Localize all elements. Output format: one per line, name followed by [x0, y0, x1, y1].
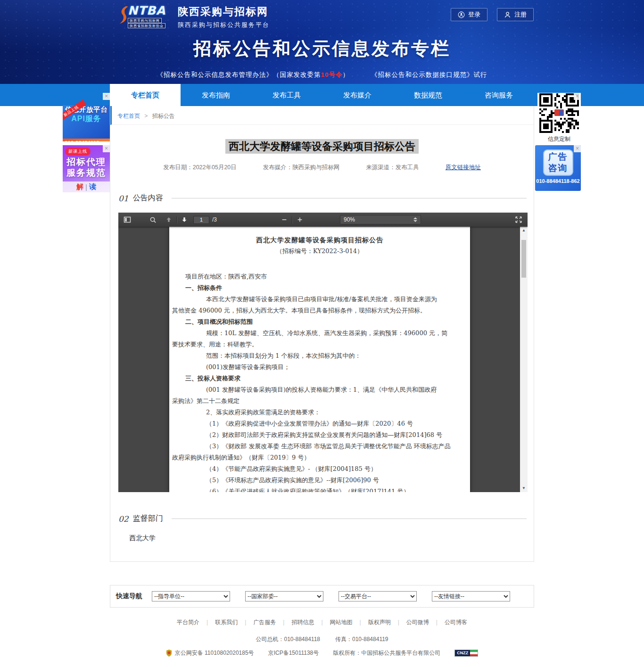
- quick-nav-select[interactable]: --交易平台--: [339, 591, 417, 601]
- footer-fax: 传真：010-88484119: [335, 635, 388, 643]
- source-link[interactable]: 原文链接地址: [446, 164, 481, 172]
- zoom-in-icon[interactable]: [294, 214, 306, 225]
- section-rule: [172, 198, 527, 198]
- zoom-level-select[interactable]: 90%: [340, 215, 421, 224]
- pdf-canvas-area: 西北大学发酵罐等设备采购项目招标公告（招标编号：KY2022-3-014）项目所…: [118, 227, 520, 492]
- pdf-text-line: (001)发酵罐等设备采购项目；: [171, 362, 468, 373]
- pdf-text-line: （3）《财政部 发展改革委 生态环境部 市场监管总局关于调整优化节能产品 环境标…: [171, 441, 468, 452]
- page-total: /3: [212, 216, 217, 223]
- register-button[interactable]: 注册: [497, 8, 534, 21]
- zoom-out-icon[interactable]: [278, 214, 290, 225]
- breadcrumb: 专栏首页 > 招标公告: [110, 106, 534, 125]
- breadcrumb-separator: >: [144, 113, 148, 119]
- footer-link[interactable]: 网站地图: [330, 619, 353, 626]
- pdf-text-line: （招标编号：KY2022-3-014）: [171, 246, 468, 257]
- logo-mark-line2: 陕西省招标投标协会: [128, 23, 165, 28]
- quick-nav-panel: 快速导航 --指导单位----国家部委----交易平台----友情链接--: [110, 585, 534, 608]
- ad-pill-badge: 新课上线: [65, 148, 91, 156]
- pdf-text-line: 西北大学发酵罐等设备采购项目招标公告: [171, 234, 468, 246]
- register-label: 注册: [514, 10, 527, 19]
- nav-tab[interactable]: 发布指南: [181, 84, 251, 106]
- page-up-icon[interactable]: [163, 214, 175, 225]
- footer-link-item: 公司博客: [429, 618, 467, 626]
- pdf-text-line: 其他资金 496000 元，招标人为西北大学。本项目已具备招标条件，现招标方式为…: [171, 305, 468, 316]
- pdf-text-line: 政府采购执行机制的通知》（财库〔2019〕9 号）: [171, 452, 468, 463]
- footer-icp: 京ICP备15011138号: [268, 649, 319, 657]
- ad-agency-footer: 解 | 读: [63, 181, 110, 192]
- pdf-text-line: 二、项目概况和招标范围: [171, 316, 468, 328]
- footer-link[interactable]: 平台简介: [177, 619, 199, 626]
- close-icon[interactable]: ×: [103, 145, 110, 152]
- footer-phone: 公司总机：010-88484118: [256, 635, 320, 643]
- page-down-icon[interactable]: [178, 214, 190, 225]
- footer-link[interactable]: 公司微博: [406, 619, 429, 626]
- ad-agency-course[interactable]: × 新课上线 招标代理 服务规范 解 | 读: [63, 145, 110, 192]
- footer-copyright: 版权所有：中国招标公共服务平台有限公司: [333, 649, 440, 657]
- page-number-input[interactable]: [193, 216, 209, 224]
- sidebar-toggle-icon[interactable]: [121, 214, 133, 225]
- footer-link-item: 广告服务: [238, 618, 276, 626]
- cnzz-badge[interactable]: CNZZ: [454, 650, 478, 657]
- nav-tab[interactable]: 数据规范: [393, 84, 463, 106]
- site-subtitle: 陕西采购与招标公共服务平台: [178, 21, 270, 29]
- section-number: 02: [118, 514, 129, 524]
- meta-items: 发布日期：2022年05月20日发布媒介：陕西采购与招标网来源渠道：发布工具: [163, 164, 419, 172]
- footer-link-item: 网站地图: [314, 618, 352, 626]
- search-icon[interactable]: [147, 214, 159, 225]
- footer: 平台简介联系我们广告服务招聘信息网站地图版权声明公司微博公司博客 公司总机：01…: [0, 618, 644, 657]
- footer-links: 平台简介联系我们广告服务招聘信息网站地图版权声明公司微博公司博客: [0, 618, 644, 626]
- close-icon[interactable]: ×: [574, 145, 581, 152]
- footer-link[interactable]: 版权声明: [368, 619, 391, 626]
- footer-link[interactable]: 公司博客: [445, 619, 467, 626]
- nav-tab[interactable]: 发布工具: [251, 84, 322, 106]
- pdf-text-line: （5）《环境标志产品政府采购实施的意见》--财库[2006]90 号: [171, 475, 468, 486]
- fullscreen-icon[interactable]: [512, 214, 525, 225]
- pdf-text-line: 项目所在地区：陕西省,西安市: [171, 271, 468, 282]
- pdf-viewer: /3 90%: [118, 213, 528, 492]
- quick-nav-select[interactable]: --指导单位--: [152, 591, 230, 601]
- article-meta: 发布日期：2022年05月20日发布媒介：陕西采购与招标网来源渠道：发布工具 原…: [110, 164, 534, 172]
- pdf-scrollbar: ▲ ▼: [520, 227, 528, 492]
- ad-api-service[interactable]: × 新品上线 信息开放平台 API服务 010-88484118 -860/85…: [63, 93, 110, 141]
- logo-text: 陕西采购与招标网 陕西采购与招标公共服务平台: [178, 5, 270, 29]
- site-logo: NTBA 陕西采购与招标网 陕西省招标投标协会 陕西采购与招标网 陕西采购与招标…: [120, 5, 270, 29]
- nav-tab[interactable]: 发布媒介: [322, 84, 393, 106]
- close-icon[interactable]: ×: [574, 93, 581, 100]
- meta-item: 来源渠道：发布工具: [366, 164, 419, 172]
- scrollbar-thumb[interactable]: [521, 240, 526, 278]
- police-badge-icon: [166, 650, 172, 657]
- scroll-up-icon[interactable]: ▲: [520, 227, 528, 234]
- banner-note-part2: ）: [343, 71, 350, 78]
- nav-tab[interactable]: 专栏首页: [110, 84, 181, 106]
- scroll-down-icon[interactable]: ▼: [520, 485, 528, 492]
- footer-link[interactable]: 广告服务: [253, 619, 276, 626]
- footer-link-item: 联系我们: [199, 618, 238, 626]
- pdf-page: 西北大学发酵罐等设备采购项目招标公告（招标编号：KY2022-3-014）项目所…: [169, 227, 470, 492]
- pdf-text-line: 要技术要求、用途：科研教学。: [171, 339, 468, 350]
- pdf-text-line: （6）《关于促进残疾人就业政府采购政策的通知》（财库[2017]141 号）: [171, 486, 468, 492]
- content-panel: 专栏首页 > 招标公告 西北大学发酵罐等设备采购项目招标公告 发布日期：2022…: [110, 106, 534, 562]
- auth-buttons: 登录 注册: [451, 8, 534, 21]
- ad-consult[interactable]: × 广告 咨询 010-88484118-862: [535, 145, 581, 191]
- footer-link[interactable]: 联系我们: [215, 619, 238, 626]
- nav-tab[interactable]: 咨询服务: [463, 84, 534, 106]
- pdf-text-line: （2）财政部司法部关于政府采购支持监狱企业发展有关问题的通知—财库[2014]6…: [171, 429, 468, 441]
- close-icon[interactable]: ×: [103, 93, 110, 100]
- login-button[interactable]: 登录: [451, 8, 487, 21]
- banner-note: 《招标公告和公示信息发布管理办法》（国家发改委第10号令）《招标公告和公示数据接…: [0, 71, 644, 79]
- qr-caption: 信息定制: [537, 135, 581, 141]
- cnzz-label: CNZZ: [455, 650, 470, 656]
- login-label: 登录: [468, 10, 480, 19]
- pdf-text-line: （1）《政府采购促进中小企业发展管理办法》的通知—财库〔2020〕46 号: [171, 418, 468, 429]
- cnzz-stripes-icon: [470, 650, 478, 656]
- breadcrumb-home-link[interactable]: 专栏首页: [117, 113, 140, 119]
- quick-nav-select[interactable]: --友情链接--: [432, 591, 510, 601]
- pdf-text-line: 2、落实政府采购政策需满足的资格要求：: [171, 407, 468, 418]
- page: NTBA 陕西采购与招标网 陕西省招标投标协会 陕西采购与招标网 陕西采购与招标…: [0, 0, 644, 667]
- footer-link[interactable]: 招聘信息: [291, 619, 314, 626]
- ad-qr-subscribe[interactable]: × 信息定制: [537, 93, 581, 141]
- quick-nav-select[interactable]: --国家部委--: [245, 591, 323, 601]
- top-bar: NTBA 陕西采购与招标网 陕西省招标投标协会 陕西采购与招标网 陕西采购与招标…: [0, 0, 644, 29]
- pdf-text-line: (001 发酵罐等设备采购项目)的投标人资格能力要求：1、满足《中华人民共和国政…: [171, 384, 468, 395]
- banner-title: 招标公告和公示信息发布专栏: [0, 37, 644, 61]
